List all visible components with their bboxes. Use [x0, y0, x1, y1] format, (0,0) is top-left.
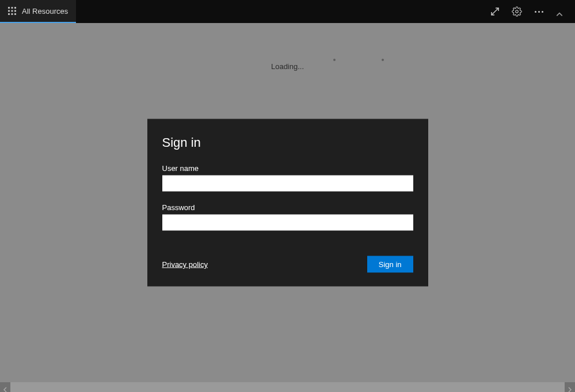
signin-title: Sign in [162, 135, 413, 150]
svg-rect-0 [8, 7, 10, 9]
toolbar-actions [490, 5, 568, 18]
svg-rect-3 [8, 10, 10, 12]
password-label: Password [162, 203, 413, 212]
content-area: Loading... Sign in User name Password Pr… [0, 23, 575, 382]
horizontal-scrollbar[interactable] [0, 382, 575, 392]
gear-icon[interactable] [512, 6, 522, 17]
signin-button[interactable]: Sign in [367, 256, 413, 273]
svg-rect-1 [12, 7, 13, 9]
svg-rect-7 [12, 13, 13, 15]
svg-line-9 [492, 8, 498, 15]
svg-rect-5 [14, 10, 16, 12]
scroll-right-icon[interactable] [567, 385, 573, 390]
top-toolbar: All Resources [0, 0, 575, 23]
svg-rect-8 [14, 13, 16, 15]
more-icon[interactable] [534, 6, 544, 17]
svg-point-10 [516, 10, 519, 13]
chevron-up-icon[interactable] [555, 10, 563, 18]
fullscreen-icon[interactable] [490, 6, 500, 17]
scroll-left-icon[interactable] [2, 385, 8, 390]
tab-all-resources[interactable]: All Resources [0, 0, 76, 23]
password-input[interactable] [162, 215, 413, 231]
svg-rect-2 [14, 7, 16, 9]
username-label: User name [162, 164, 413, 173]
signin-dialog: Sign in User name Password Privacy polic… [147, 119, 428, 287]
svg-rect-4 [12, 10, 13, 12]
scroll-track[interactable] [10, 382, 565, 392]
svg-rect-6 [8, 13, 10, 15]
username-input[interactable] [162, 176, 413, 192]
tab-label: All Resources [22, 7, 68, 16]
signin-footer: Privacy policy Sign in [162, 256, 413, 273]
apps-grid-icon [8, 7, 16, 15]
privacy-policy-link[interactable]: Privacy policy [162, 260, 208, 269]
scroll-thumb[interactable] [10, 382, 565, 392]
